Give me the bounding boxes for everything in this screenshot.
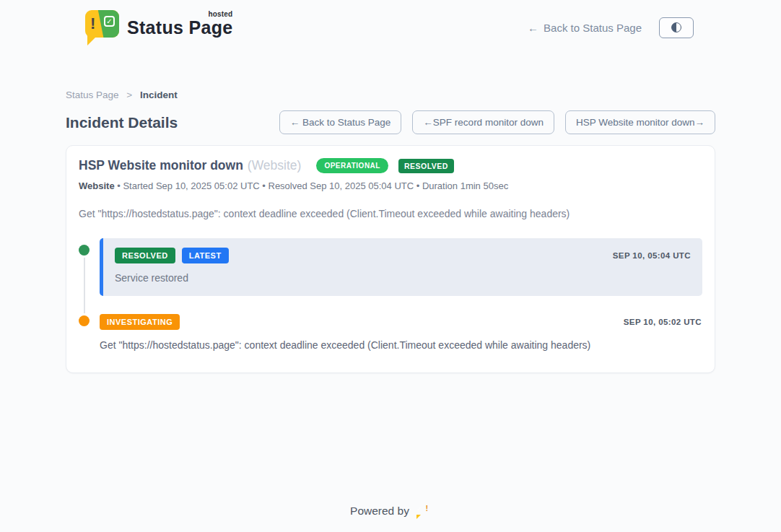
incident-description: Get "https://hostedstatus.page": context…	[79, 208, 702, 219]
breadcrumb-status-page[interactable]: Status Page	[66, 90, 119, 100]
breadcrumb-separator: >	[126, 90, 132, 100]
powered-by-label: Powered by	[350, 505, 409, 518]
incident-scope: (Website)	[248, 158, 302, 173]
latest-badge: LATEST	[182, 248, 229, 263]
operational-badge: OPERATIONAL	[316, 158, 388, 173]
powered-by: Powered by ! ✓	[0, 503, 781, 518]
incident-component: Website	[79, 180, 115, 191]
breadcrumb-incident: Incident	[140, 90, 178, 100]
next-incident-button[interactable]: HSP Website monitor down→	[565, 110, 715, 134]
mini-bubble-tail	[416, 515, 421, 519]
arrow-left-icon: ←	[528, 22, 538, 34]
incident-nav-buttons: ← Back to Status Page ←SPF record monito…	[279, 110, 715, 134]
bubble-tail	[87, 36, 97, 45]
brand-text: hosted Status Page	[127, 10, 232, 38]
timeline-entry-resolved: RESOLVED LATEST SEP 10, 05:04 UTC Servic…	[79, 238, 702, 296]
exclamation-icon: !	[90, 14, 95, 33]
theme-toggle-button[interactable]	[659, 17, 694, 38]
powered-by-logo-icon[interactable]: ! ✓	[416, 503, 431, 518]
prev-incident-button[interactable]: ←SPF record monitor down	[412, 110, 554, 134]
incident-title-row: HSP Website monitor down (Website) OPERA…	[79, 158, 702, 173]
brand-logo-icon: ! ✓	[85, 10, 120, 45]
timeline-dot-orange	[79, 315, 90, 326]
timeline-investigating-content: INVESTIGATING SEP 10, 05:02 UTC Get "htt…	[100, 314, 702, 351]
main-content: Status Page > Incident Incident Details …	[0, 90, 781, 373]
brand-logo[interactable]: ! ✓ hosted Status Page	[85, 10, 232, 45]
header-actions: ← Back to Status Page	[528, 17, 694, 38]
speech-bubble-icon: ! ✓	[85, 10, 119, 38]
incident-timeline: RESOLVED LATEST SEP 10, 05:04 UTC Servic…	[79, 238, 702, 351]
footer: Powered by ! ✓ © 2025-10-08 14:10:34.772…	[0, 503, 781, 532]
timeline-timestamp: SEP 10, 05:04 UTC	[613, 251, 691, 260]
resolved-status-badge: RESOLVED	[115, 248, 175, 263]
investigating-status-badge: INVESTIGATING	[100, 314, 180, 330]
timeline-message: Service restored	[115, 272, 691, 284]
resolved-badge: RESOLVED	[398, 159, 454, 173]
header: ! ✓ hosted Status Page ← Back to Status …	[0, 0, 781, 45]
brand-name: Status Page	[127, 17, 232, 38]
title-row: Incident Details ← Back to Status Page ←…	[66, 110, 715, 134]
timeline-resolved-badge-row: RESOLVED LATEST SEP 10, 05:04 UTC	[115, 248, 691, 263]
incident-card: HSP Website monitor down (Website) OPERA…	[66, 145, 715, 373]
timeline-resolved-panel: RESOLVED LATEST SEP 10, 05:04 UTC Servic…	[100, 238, 702, 296]
incident-meta: Website • Started Sep 10, 2025 05:02 UTC…	[79, 180, 702, 191]
back-link-label: Back to Status Page	[544, 22, 642, 34]
incident-meta-details: • Started Sep 10, 2025 05:02 UTC • Resol…	[115, 180, 509, 191]
timeline-message: Get "https://hostedstatus.page": context…	[100, 339, 702, 351]
timeline-timestamp: SEP 10, 05:02 UTC	[624, 318, 702, 326]
checkmark-icon: ✓	[104, 16, 115, 27]
timeline-investigating-badge-row: INVESTIGATING SEP 10, 05:02 UTC	[100, 314, 702, 330]
page-title: Incident Details	[66, 114, 178, 131]
breadcrumb: Status Page > Incident	[66, 90, 715, 100]
incident-title: HSP Website monitor down	[79, 158, 243, 173]
back-to-status-page-link[interactable]: ← Back to Status Page	[528, 22, 642, 34]
timeline-entry-investigating: INVESTIGATING SEP 10, 05:02 UTC Get "htt…	[79, 314, 702, 351]
timeline-dot-green	[79, 245, 90, 256]
back-to-status-page-button[interactable]: ← Back to Status Page	[279, 110, 402, 134]
brand-superscript: hosted	[208, 10, 232, 18]
contrast-icon	[671, 22, 681, 32]
